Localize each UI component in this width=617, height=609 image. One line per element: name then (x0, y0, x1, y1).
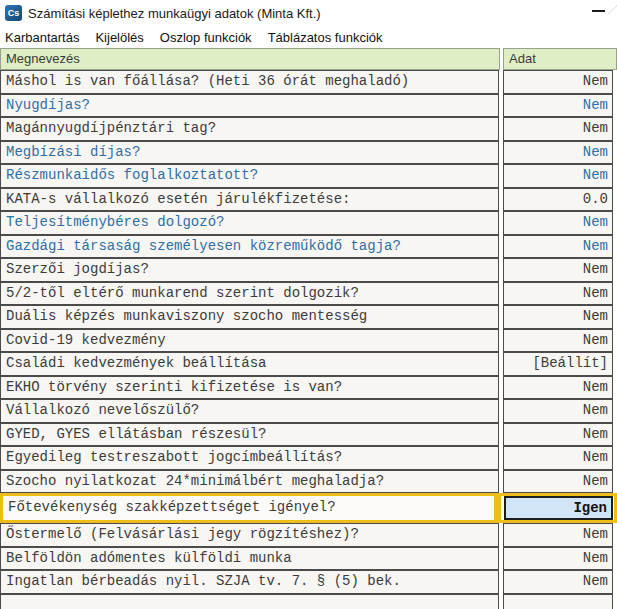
table-row[interactable]: Őstermelő (Felvásárlási jegy rögzítéshez… (0, 523, 617, 547)
table-row[interactable]: Egyedileg testreszabott jogcímbeállítás?… (0, 446, 617, 470)
row-label[interactable]: Covid-19 kedvezmény (0, 329, 499, 353)
row-value[interactable]: Nem (503, 94, 613, 118)
table-row[interactable]: Nyugdíjas? Nem (0, 94, 617, 118)
row-label[interactable]: Családi kedvezmények beállítása (0, 352, 499, 376)
row-value[interactable]: Nem (503, 523, 613, 547)
window-title: Számítási képlethez munkaügyi adatok (Mi… (28, 0, 321, 28)
row-label[interactable]: Szocho nyilatkozat 24*minimálbért meghal… (0, 470, 499, 494)
row-value[interactable]: Nem (503, 282, 613, 306)
app-icon: Cs (5, 5, 22, 21)
maximize-icon (608, 4, 617, 15)
table-row[interactable]: Családi kedvezmények beállítása [Beállít… (0, 352, 617, 376)
table-row[interactable]: Máshol is van főállása? (Heti 36 órát me… (0, 70, 617, 94)
table-row[interactable]: Szocho nyilatkozat 24*minimálbért meghal… (0, 470, 617, 494)
column-header-megnevezes[interactable]: Megnevezés (0, 48, 500, 70)
table-row[interactable]: EKHO törvény szerinti kifizetése is van?… (0, 376, 617, 400)
table-body: Máshol is van főállása? (Heti 36 órát me… (0, 70, 617, 609)
row-label[interactable]: 5/2-től eltérő munkarend szerint dolgozi… (0, 282, 499, 306)
row-label[interactable]: Egyedileg testreszabott jogcímbeállítás? (0, 446, 499, 470)
table-row[interactable]: GYED, GYES ellátásban részesül? Nem (0, 423, 617, 447)
row-label[interactable]: Szerzői jogdíjas? (0, 258, 499, 282)
row-value[interactable] (503, 594, 613, 609)
row-value[interactable]: Nem (503, 211, 613, 235)
row-value[interactable]: Nem (503, 470, 613, 494)
row-label[interactable]: GYED, GYES ellátásban részesül? (0, 423, 499, 447)
table-row[interactable]: Covid-19 kedvezmény Nem (0, 329, 617, 353)
row-value[interactable]: Nem (503, 399, 613, 423)
row-label[interactable]: Ingatlan bérbeadás nyil. SZJA tv. 7. § (… (0, 570, 499, 594)
row-value[interactable]: Nem (503, 423, 613, 447)
menu-kijeloles[interactable]: Kijelölés (89, 28, 149, 48)
column-header-adat[interactable]: Adat (503, 48, 617, 70)
row-value[interactable]: Nem (503, 164, 613, 188)
row-label[interactable]: Máshol is van főállása? (Heti 36 órát me… (0, 70, 499, 94)
row-label[interactable]: Megbízási díjas? (0, 141, 499, 165)
row-value[interactable]: Igen (504, 496, 613, 520)
row-value[interactable]: [Beállít] (503, 352, 613, 376)
row-label[interactable]: Duális képzés munkaviszony szocho mentes… (0, 305, 499, 329)
grid-header: Megnevezés Adat (0, 48, 617, 70)
table-row[interactable]: Vállalkozó nevelőszülő? Nem (0, 399, 617, 423)
row-label[interactable]: EKHO törvény szerinti kifizetése is van? (0, 376, 499, 400)
row-value[interactable]: Nem (503, 305, 613, 329)
table-row[interactable]: KATA-s vállalkozó esetén járulékfizetése… (0, 188, 617, 212)
menu-tablazatos-funkciok[interactable]: Táblázatos funkciók (262, 28, 389, 48)
row-value[interactable]: Nem (503, 70, 613, 94)
titlebar: Cs Számítási képlethez munkaügyi adatok … (0, 0, 617, 28)
row-value[interactable]: Nem (503, 258, 613, 282)
table-row[interactable]: Részmunkaidős foglalkoztatott? Nem (0, 164, 617, 188)
row-label[interactable] (0, 594, 499, 609)
table-row[interactable]: 5/2-től eltérő munkarend szerint dolgozi… (0, 282, 617, 306)
row-label[interactable]: Teljesítménybéres dolgozó? (0, 211, 499, 235)
row-value[interactable]: Nem (503, 570, 613, 594)
row-value[interactable]: 0.0 (503, 188, 613, 212)
row-label[interactable]: Gazdági társaság személyesen közreműködő… (0, 235, 499, 259)
row-value[interactable]: Nem (503, 446, 613, 470)
menu-karbantartas[interactable]: Karbantartás (0, 28, 85, 48)
row-label[interactable]: KATA-s vállalkozó esetén járulékfizetése… (0, 188, 499, 212)
table-row[interactable]: Belföldön adómentes külföldi munka Nem (0, 547, 617, 571)
table-row[interactable]: Duális képzés munkaviszony szocho mentes… (0, 305, 617, 329)
table-row[interactable]: Megbízási díjas? Nem (0, 141, 617, 165)
table-row[interactable]: Szerzői jogdíjas? Nem (0, 258, 617, 282)
table-row[interactable]: Magánnyugdíjpénztári tag? Nem (0, 117, 617, 141)
table-row[interactable]: Gazdági társaság személyesen közreműködő… (0, 235, 617, 259)
row-value[interactable]: Nem (503, 117, 613, 141)
row-value[interactable]: Nem (503, 329, 613, 353)
row-label[interactable]: Őstermelő (Felvásárlási jegy rögzítéshez… (0, 523, 499, 547)
menubar: Karbantartás Kijelölés Oszlop funkciók T… (0, 28, 617, 48)
row-value[interactable]: Nem (503, 141, 613, 165)
row-value[interactable]: Nem (503, 376, 613, 400)
table-row[interactable] (0, 594, 617, 609)
minimize-icon[interactable] (588, 0, 608, 24)
table-row[interactable]: Teljesítménybéres dolgozó? Nem (0, 211, 617, 235)
row-value[interactable]: Nem (503, 547, 613, 571)
row-label[interactable]: Nyugdíjas? (0, 94, 499, 118)
row-label[interactable]: Magánnyugdíjpénztári tag? (0, 117, 499, 141)
row-label[interactable]: Részmunkaidős foglalkoztatott? (0, 164, 499, 188)
row-label[interactable]: Belföldön adómentes külföldi munka (0, 547, 499, 571)
row-value[interactable]: Nem (503, 235, 613, 259)
row-label[interactable]: Vállalkozó nevelőszülő? (0, 399, 499, 423)
row-label[interactable]: Főtevékenység szakképzettséget igényel? (3, 496, 494, 520)
table-row[interactable]: Főtevékenység szakképzettséget igényel? … (0, 493, 617, 523)
application-window: Cs Számítási képlethez munkaügyi adatok … (0, 0, 617, 609)
table-row[interactable]: Ingatlan bérbeadás nyil. SZJA tv. 7. § (… (0, 570, 617, 594)
menu-oszlop-funkciok[interactable]: Oszlop funkciók (154, 28, 258, 48)
